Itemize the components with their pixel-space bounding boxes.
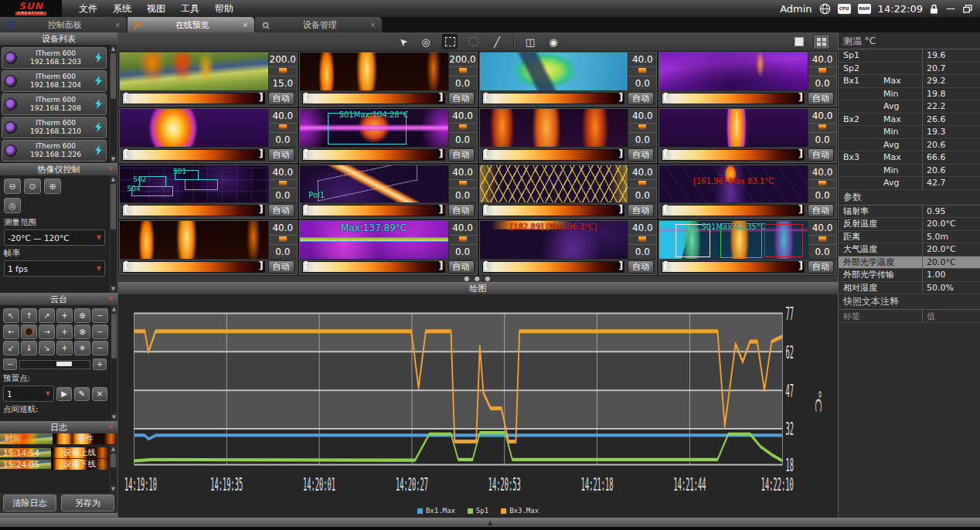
auto-scale-button[interactable]: 自动: [268, 204, 294, 217]
ptz-header[interactable]: 云台 ▼: [0, 293, 117, 305]
menu-item[interactable]: 文件: [73, 1, 104, 17]
param-row[interactable]: 辐射率0.95: [839, 206, 980, 219]
camera-view[interactable]: Pol1: [300, 165, 449, 203]
ptz-down-right-button[interactable]: ↘: [39, 341, 55, 355]
focus-plus-button[interactable]: +: [56, 324, 73, 339]
param-row[interactable]: 外部光学传输1.00: [839, 269, 980, 282]
iris-plus-button[interactable]: +: [56, 341, 73, 355]
ptz-down-button[interactable]: ↓: [21, 341, 37, 355]
line-tool[interactable]: ╱: [490, 35, 504, 49]
collapse-arrow-icon[interactable]: ▲: [488, 519, 492, 526]
auto-scale-button[interactable]: 自动: [628, 92, 654, 105]
logged-user[interactable]: Admin: [780, 3, 812, 15]
palette-range-bar[interactable]: [482, 205, 625, 216]
network-globe-icon[interactable]: [819, 3, 831, 15]
snapshot-cube-tool[interactable]: ◫: [523, 35, 537, 49]
connect-lightning-icon[interactable]: [94, 121, 104, 135]
param-row[interactable]: 反射温度20.0°C: [839, 218, 980, 231]
bottom-collapse-bar[interactable]: ▲: [0, 518, 980, 527]
focus-minus-button[interactable]: −: [92, 324, 108, 339]
measure-range-select[interactable]: -20°C — 120°C ▼: [4, 229, 105, 246]
palette-range-bar[interactable]: [302, 93, 445, 104]
connect-lightning-icon[interactable]: [94, 74, 104, 89]
focus-near-button[interactable]: ⊕: [44, 178, 61, 194]
focus-icon-button[interactable]: ⊗: [74, 324, 90, 339]
restore-button[interactable]: [963, 5, 972, 13]
camera-view[interactable]: [480, 165, 629, 203]
ptz-scrollbar[interactable]: ▲▼: [110, 305, 117, 421]
palette-range-bar[interactable]: [302, 205, 445, 216]
focus-far-button[interactable]: ⊖: [4, 178, 21, 194]
scroll-down-icon[interactable]: ▼: [111, 155, 115, 163]
preset-select[interactable]: 1 ▼: [3, 386, 54, 402]
palette-range-bar[interactable]: [662, 205, 805, 216]
plot-panel-header[interactable]: 绘图: [118, 282, 838, 294]
preset-delete-button[interactable]: ×: [92, 387, 107, 401]
palette-range-bar[interactable]: [662, 149, 805, 161]
param-row[interactable]: 外部光学温度20.0°C: [839, 257, 980, 270]
zoom-plus-button[interactable]: +: [56, 308, 73, 323]
camera-control-scrollbar[interactable]: ▲▼: [108, 175, 117, 293]
camera-view[interactable]: [659, 109, 808, 147]
spot-tool[interactable]: ◎: [419, 35, 433, 49]
auto-scale-button[interactable]: 自动: [808, 260, 834, 273]
auto-scale-button[interactable]: 自动: [808, 148, 834, 161]
multi-view-button[interactable]: [813, 34, 830, 49]
ptz-left-button[interactable]: ←: [3, 324, 19, 339]
auto-scale-button[interactable]: 自动: [448, 204, 475, 217]
ptz-center-button[interactable]: [21, 324, 37, 339]
device-item[interactable]: ITherm 600192.168.1.203: [2, 47, 107, 69]
auto-scale-button[interactable]: 自动: [808, 92, 834, 105]
ptz-right-button[interactable]: →: [39, 324, 55, 339]
device-item[interactable]: ITherm 600192.168.1.204: [2, 70, 107, 92]
iris-minus-button[interactable]: −: [92, 341, 108, 355]
auto-scale-button[interactable]: 自动: [448, 148, 475, 161]
camera-view[interactable]: Max:137.89°C: [300, 221, 449, 259]
auto-scale-button[interactable]: 自动: [268, 148, 294, 161]
preset-go-button[interactable]: ▶: [56, 387, 72, 401]
scroll-up-icon[interactable]: ▲: [111, 45, 115, 53]
slider-plus-button[interactable]: +: [93, 358, 107, 370]
camera-view[interactable]: [120, 109, 269, 147]
palette-range-bar[interactable]: [122, 261, 265, 273]
device-item[interactable]: ITherm 600192.168.1.208: [2, 93, 107, 115]
slider-handle[interactable]: [56, 362, 72, 366]
clear-log-button[interactable]: 清除日志: [3, 494, 56, 511]
palette-range-bar[interactable]: [482, 93, 625, 104]
zoom-icon-button[interactable]: ⊕: [74, 308, 90, 323]
ptz-up-left-button[interactable]: ↖: [3, 308, 19, 323]
log-header[interactable]: 日志 ▼: [0, 421, 117, 433]
palette-range-bar[interactable]: [482, 261, 625, 273]
tab-close-icon[interactable]: ×: [369, 21, 376, 29]
camera-view[interactable]: [120, 221, 269, 259]
auto-scale-button[interactable]: 自动: [448, 92, 475, 105]
ram-icon[interactable]: RAM: [858, 4, 871, 14]
frame-rate-select[interactable]: 1 fps ▼: [4, 260, 105, 277]
tab-close-icon[interactable]: ×: [114, 21, 121, 29]
camera-view[interactable]: [161,96] Max 83.1°C: [659, 165, 808, 203]
slider-minus-button[interactable]: −: [3, 358, 17, 370]
tab-控制面板[interactable]: 控制面板×: [0, 17, 128, 32]
select-tool[interactable]: ➤: [396, 35, 410, 49]
ptz-down-left-button[interactable]: ↙: [3, 341, 19, 355]
param-row[interactable]: 距离5.0m: [839, 231, 980, 244]
auto-scale-button[interactable]: 自动: [628, 148, 654, 161]
camera-view[interactable]: [659, 53, 808, 90]
camera-view[interactable]: [120, 53, 269, 90]
camera-view[interactable]: S01Max 52.35°C: [659, 221, 808, 259]
tab-close-icon[interactable]: ×: [242, 21, 248, 29]
camera-control-header[interactable]: 热像仪控制 ▼: [0, 163, 117, 175]
preset-edit-button[interactable]: ✎: [74, 387, 90, 401]
tab-在线预览[interactable]: 在线预览×: [128, 17, 255, 32]
connect-lightning-icon[interactable]: [94, 51, 104, 66]
connect-lightning-icon[interactable]: [94, 97, 104, 112]
plot-splitter[interactable]: ● ● ●: [118, 276, 838, 282]
menu-item[interactable]: 视图: [141, 1, 172, 17]
lock-icon[interactable]: [930, 4, 938, 14]
save-as-button[interactable]: 另存为: [61, 494, 114, 511]
palette-range-bar[interactable]: [482, 149, 625, 161]
tab-设备管理[interactable]: 设备管理×: [255, 17, 383, 32]
ptz-up-right-button[interactable]: ↗: [39, 308, 55, 323]
autofocus-button[interactable]: ◎: [4, 198, 21, 213]
palette-range-bar[interactable]: [122, 93, 265, 104]
